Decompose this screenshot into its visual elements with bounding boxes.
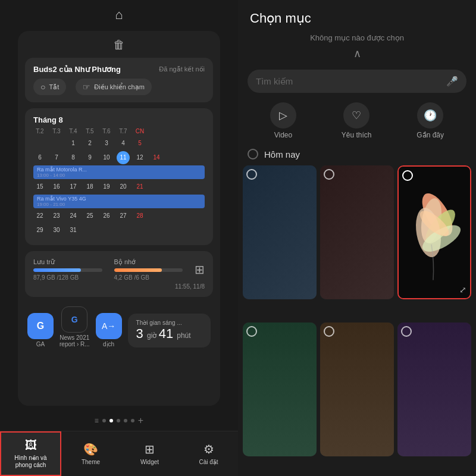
ga-icon: G — [27, 313, 54, 339]
category-row: ▷ Video ♡ Yêu thích 🕐 Gần đây — [238, 102, 476, 149]
app-ga[interactable]: G GA — [27, 313, 54, 347]
dich-label: dịch — [103, 341, 114, 347]
bottom-navigation: 🖼 Hình nền vàphong cách 🎨 Theme ⊞ Widget… — [0, 431, 238, 476]
app-news[interactable]: G News 2021report › R... — [60, 306, 90, 347]
search-bar[interactable]: Tìm kiếm 🎤 — [248, 70, 466, 93]
cat-video-label: Video — [274, 131, 292, 139]
home-icon[interactable]: ⌂ — [115, 7, 123, 23]
storage-fill-bar — [33, 268, 81, 272]
storage-item: Lưu trữ 87,9 GB /128 GB — [33, 258, 102, 281]
event2-title: Ra mắt Vivo Y35 4G — [37, 196, 201, 202]
buds-off-label: Tắt — [49, 83, 59, 91]
thumb-1-radio — [246, 169, 257, 180]
calendar-card: Tháng 8 T.2 T.3 T.4 T.5 T.6 T.7 CN 1 2 3… — [25, 108, 213, 245]
theme-icon: 🎨 — [83, 442, 98, 456]
nav-wallpaper[interactable]: 🖼 Hình nền vàphong cách — [0, 431, 61, 476]
thumb-1[interactable] — [243, 165, 317, 299]
dots-lines-icon: ≡ — [95, 416, 99, 425]
right-panel: Chọn mục Không mục nào được chọn ∧ Tìm k… — [238, 0, 476, 476]
cat-recent-label: Gần đây — [416, 131, 444, 139]
rp-chevron-icon[interactable]: ∧ — [250, 47, 464, 60]
wallpaper-label: Hình nền vàphong cách — [14, 455, 46, 469]
buds-touch-icon: ☞ — [83, 82, 90, 92]
theme-label: Theme — [82, 459, 100, 466]
trash-area: 🗑 — [25, 38, 213, 52]
nav-settings[interactable]: ⚙ Cài đặt — [179, 431, 238, 476]
thumb-6-inner — [397, 322, 471, 456]
thumb-6[interactable] — [397, 322, 471, 456]
buds-touch-button[interactable]: ☞ Điều khiển chạm — [76, 79, 152, 95]
dots-navigation: ≡ + — [95, 411, 143, 431]
wallpaper-icon: 🖼 — [25, 439, 37, 452]
thumb-5[interactable] — [320, 322, 394, 456]
weather-time: 3 giờ 41 phút — [136, 326, 202, 342]
dot-3[interactable] — [117, 419, 120, 422]
phone-screen: 🗑 Buds2 của Như Phương Đã ngắt kết nối ○… — [18, 31, 220, 406]
storage-bar — [33, 268, 102, 272]
section-radio[interactable] — [248, 149, 258, 159]
thumb-6-radio — [401, 326, 412, 337]
dot-plus-icon[interactable]: + — [138, 415, 143, 426]
storage-value: 87,9 GB /128 GB — [33, 274, 102, 281]
weather-widget: Thời gian sáng ... 3 giờ 41 phút — [128, 314, 211, 347]
news-label: News 2021report › R... — [60, 334, 90, 347]
thumb-3-selected[interactable]: ⤢ — [397, 165, 471, 299]
dot-4[interactable] — [124, 419, 127, 422]
cat-video[interactable]: ▷ Video — [270, 102, 296, 139]
memory-label: Bộ nhớ — [114, 258, 183, 266]
thumb-3-inner: ⤢ — [399, 167, 470, 298]
cal-row-2: 6 7 8 9 10 11 12 14 — [33, 151, 205, 164]
buds-title: Buds2 của Như Phương — [33, 65, 121, 74]
settings-label: Cài đặt — [199, 459, 218, 466]
weather-title: Thời gian sáng ... — [136, 320, 202, 326]
storage-row: Lưu trữ 87,9 GB /128 GB Bộ nhớ 4,2 GB /6… — [33, 258, 205, 281]
widget-icon: ⊞ — [145, 442, 155, 456]
rp-no-selection: Không mục nào được chọn — [250, 33, 464, 42]
buds-status: Đã ngắt kết nối — [159, 65, 205, 73]
cal-row-4: 22 23 24 25 26 27 28 — [33, 209, 205, 223]
event1: Ra mắt Motorola R... 13:00 - 14:00 — [33, 165, 205, 179]
cal-row-1: 1 2 3 4 5 — [33, 137, 205, 150]
mic-icon[interactable]: 🎤 — [446, 76, 458, 87]
section-header: Hôm nay — [238, 149, 476, 165]
buds-controls: ○ Tắt ☞ Điều khiển chạm — [33, 79, 205, 95]
news-icon: G — [61, 306, 87, 333]
dot-1[interactable] — [102, 419, 106, 422]
nav-widget[interactable]: ⊞ Widget — [120, 431, 179, 476]
buds-off-button[interactable]: ○ Tắt — [33, 79, 66, 95]
event1-time: 13:00 - 14:00 — [37, 173, 201, 178]
thumb-2[interactable] — [320, 165, 394, 299]
rp-title: Chọn mục — [250, 11, 464, 26]
settings-icon: ⚙ — [203, 442, 214, 456]
storage-label: Lưu trữ — [33, 258, 102, 266]
dot-5[interactable] — [131, 419, 134, 422]
app-row: G GA G News 2021report › R... A→ dịch Th… — [25, 303, 213, 351]
app-dich[interactable]: A→ dịch — [96, 313, 122, 347]
memory-item: Bộ nhớ 4,2 GB /6 GB — [114, 258, 183, 281]
cal-month: Tháng 8 — [33, 115, 205, 124]
dich-icon: A→ — [96, 313, 122, 339]
buds-touch-label: Điều khiển chạm — [94, 83, 145, 91]
thumb-4[interactable] — [243, 322, 317, 456]
storage-card: Lưu trữ 87,9 GB /128 GB Bộ nhớ 4,2 GB /6… — [25, 251, 213, 297]
nav-theme[interactable]: 🎨 Theme — [61, 431, 120, 476]
cat-recent[interactable]: 🕐 Gần đây — [416, 102, 444, 139]
dot-2[interactable] — [109, 419, 113, 422]
storage-device-icon: ⊞ — [195, 258, 205, 281]
thumb-2-radio — [324, 169, 334, 180]
trash-icon[interactable]: 🗑 — [113, 38, 125, 52]
thumb-5-inner — [320, 322, 394, 456]
event2: Ra mắt Vivo Y35 4G 19:00 - 21:00 — [33, 195, 205, 208]
thumb-5-radio — [324, 326, 334, 337]
memory-value: 4,2 GB /6 GB — [114, 274, 183, 281]
expand-icon[interactable]: ⤢ — [459, 285, 466, 295]
thumb-2-inner — [320, 165, 394, 299]
cat-favorites[interactable]: ♡ Yêu thích — [342, 102, 372, 139]
cal-header: T.2 T.3 T.4 T.5 T.6 T.7 CN — [33, 128, 205, 134]
storage-time: 11:55, 11/8 — [33, 283, 205, 290]
widget-label: Widget — [140, 459, 159, 466]
buds-off-icon: ○ — [40, 82, 45, 92]
clock-icon: 🕐 — [417, 102, 443, 129]
thumb-1-inner — [243, 165, 317, 299]
buds-title-row: Buds2 của Như Phương Đã ngắt kết nối — [33, 65, 205, 74]
